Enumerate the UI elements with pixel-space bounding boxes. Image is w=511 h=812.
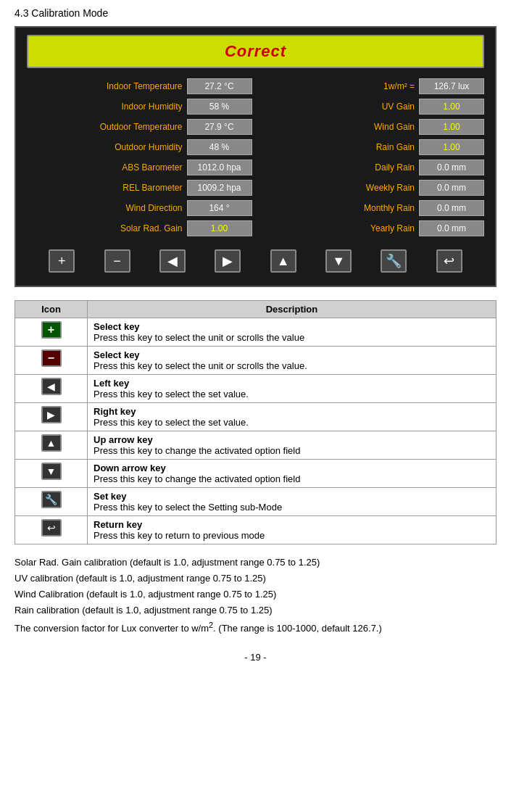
field-label: UV Gain [382,102,415,112]
table-row: 🔧Set keyPress this key to select the Set… [15,488,497,516]
field-label: Outdoor Humidity [115,142,182,152]
left-field-row: Solar Rad. Gain1.00 [27,220,252,236]
key-name: Down arrow key [94,463,166,473]
field-value[interactable]: 164 ° [187,200,252,216]
icon-cell-container: ▲ [15,431,88,460]
key-description: Press this key to select the unit or scr… [94,332,304,343]
table-row: −Select keyPress this key to select the … [15,347,497,375]
calibration-panel: Correct Indoor Temperature27.2 °CIndoor … [14,26,497,287]
down-button[interactable]: ▼ [325,249,352,273]
note-line: UV calibration (default is 1.0, adjustme… [14,571,497,587]
right-button[interactable]: ▶ [215,249,241,273]
key-name: Select key [94,349,140,360]
description-cell: Set keyPress this key to select the Sett… [88,488,497,516]
key-description: Press this key to change the activated o… [94,473,300,484]
field-value[interactable]: 48 % [187,139,252,155]
note-line: The conversion factor for Lux converter … [14,618,497,637]
icon-cell-container: ▶ [15,403,88,431]
note-line: Rain calibration (default is 1.0, adjust… [14,602,497,618]
table-header-description: Description [88,301,497,318]
table-header-icon: Icon [15,301,88,318]
right-field-row: Wind Gain1.00 [259,119,485,135]
correct-banner: Correct [27,35,484,68]
left-field-row: Outdoor Temperature27.9 °C [27,119,252,135]
right-field-row: UV Gain1.00 [259,99,485,115]
field-value[interactable]: 27.2 °C [187,78,252,94]
icon-symbol: ▼ [41,463,62,480]
field-value[interactable]: 1.00 [419,119,484,135]
icon-cell-container: + [15,318,88,347]
field-value[interactable]: 0.0 mm [419,160,484,175]
notes-section: Solar Rad. Gain calibration (default is … [14,555,497,637]
field-value[interactable]: 1.00 [419,99,484,115]
table-row: +Select keyPress this key to select the … [15,318,497,347]
field-value[interactable]: 1.00 [187,220,252,236]
left-field-row: ABS Barometer1012.0 hpa [27,160,252,175]
field-value[interactable]: 0.0 mm [419,180,484,196]
correct-label: Correct [225,42,286,60]
table-row: ◀Left keyPress this key to select the se… [15,375,497,403]
field-label: Weekly Rain [366,183,415,193]
description-cell: Up arrow keyPress this key to change the… [88,431,497,460]
note-line: Wind Calibration (default is 1.0, adjust… [14,587,497,602]
field-label: Outdoor Temperature [100,122,183,132]
key-description: Press this key to select the set value. [94,389,249,399]
key-name: Up arrow key [94,434,153,445]
field-label: Wind Gain [374,122,415,132]
right-field-row: Rain Gain1.00 [259,139,485,155]
field-label: ABS Barometer [122,162,182,173]
left-field-row: Wind Direction164 ° [27,200,252,216]
right-field-row: Yearly Rain0.0 mm [259,220,485,236]
field-label: 1w/m² = [383,81,415,91]
icon-symbol: ↩ [41,519,62,536]
left-field-row: REL Barometer1009.2 hpa [27,180,252,196]
table-row: ▶Right keyPress this key to select the s… [15,403,497,431]
icon-cell-container: 🔧 [15,488,88,516]
icon-cell-container: ↩ [15,516,88,544]
description-cell: Down arrow keyPress this key to change t… [88,460,497,488]
field-value[interactable]: 0.0 mm [419,220,484,236]
field-value[interactable]: 1012.0 hpa [187,160,252,175]
key-description: Press this key to select the unit or scr… [94,360,307,371]
set-button[interactable]: 🔧 [381,249,407,273]
table-row: ▲Up arrow keyPress this key to change th… [15,431,497,460]
note-line: Solar Rad. Gain calibration (default is … [14,555,497,571]
icon-cell-container: ◀ [15,375,88,403]
right-fields-col: 1w/m² =126.7 luxUV Gain1.00Wind Gain1.00… [259,78,485,236]
field-value[interactable]: 0.0 mm [419,200,484,216]
left-button[interactable]: ◀ [159,249,186,273]
field-value[interactable]: 1.00 [419,139,484,155]
table-row: ▼Down arrow keyPress this key to change … [15,460,497,488]
toolbar: +−◀▶▲▼🔧↩ [27,245,484,277]
field-label: REL Barometer [122,183,182,193]
field-value[interactable]: 58 % [187,99,252,115]
fields-container: Indoor Temperature27.2 °CIndoor Humidity… [27,78,484,236]
return-button[interactable]: ↩ [436,249,462,273]
right-field-row: Weekly Rain0.0 mm [259,180,485,196]
field-label: Rain Gain [376,142,415,152]
right-field-row: Monthly Rain0.0 mm [259,200,485,216]
key-description: Press this key to select the Setting sub… [94,502,282,513]
key-description: Press this key to select the set value. [94,417,249,428]
key-name: Set key [94,491,127,502]
field-label: Indoor Temperature [107,81,183,91]
field-value[interactable]: 126.7 lux [419,78,484,94]
icon-symbol: ◀ [41,378,62,395]
description-cell: Right keyPress this key to select the se… [88,403,497,431]
section-heading: 4.3 Calibration Mode [14,7,497,19]
up-button[interactable]: ▲ [270,249,296,273]
key-description: Press this key to return to previous mod… [94,530,265,541]
minus-button[interactable]: − [104,249,130,273]
field-value[interactable]: 27.9 °C [187,119,252,135]
left-field-row: Indoor Temperature27.2 °C [27,78,252,94]
description-cell: Left keyPress this key to select the set… [88,375,497,403]
field-label: Solar Rad. Gain [120,223,182,233]
key-name: Select key [94,321,140,332]
plus-button[interactable]: + [49,249,75,273]
icon-symbol: ▲ [41,434,62,452]
field-value[interactable]: 1009.2 hpa [187,180,252,196]
icon-symbol: + [41,321,62,339]
field-label: Indoor Humidity [121,102,182,112]
field-label: Yearly Rain [370,223,415,233]
left-fields-col: Indoor Temperature27.2 °CIndoor Humidity… [27,78,252,236]
